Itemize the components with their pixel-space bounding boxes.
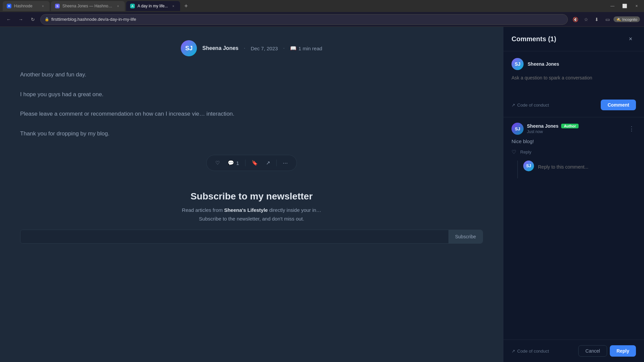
reply-external-link-icon: ↗ [512,349,515,354]
comments-title: Comments (1) [512,35,556,43]
tab-article-close[interactable]: × [171,3,176,9]
incognito-badge: 🕵 Incognito [613,16,640,22]
comment-time: Just now [527,129,624,134]
comment-author-avatar: SJ [512,123,524,135]
reply-textarea[interactable] [538,161,636,178]
tab-hashnode-close[interactable]: × [40,3,46,9]
current-user-name: Sheena Jones [528,61,559,67]
reply-content: SJ [523,161,636,178]
tab-sheena-close[interactable]: × [115,3,121,9]
comment-icon: 💬 [228,160,234,166]
reply-input-row: SJ [523,161,636,178]
article-paragraph-4: Thank you for dropping by my blog. [20,129,483,139]
tab-hashnode[interactable]: H Hashnode × [3,1,50,11]
tab-article[interactable]: A A day in my life... × [126,1,180,11]
author-name[interactable]: Sheena Jones [202,45,238,51]
comment-user-row: SJ Sheena Jones [512,58,636,70]
comment-count: 1 [236,160,239,166]
like-icon: ♡ [215,160,220,166]
comment-button[interactable]: 💬 1 [224,158,242,168]
tab-sheena[interactable]: S Sheena Jones — Hashnode × [51,1,125,11]
article-paragraph-2: I hope you guys had a great one. [20,89,483,100]
comment-submit-button[interactable]: Comment [601,100,636,110]
newsletter-title: Subscribe to my newsletter [20,191,483,202]
comment-reply-button[interactable]: Reply [520,149,531,155]
comment-like-button[interactable]: ♡ [512,149,516,155]
url-text: firsttimerblog.hashnode.dev/a-day-in-my-… [51,17,136,22]
reply-cancel-button[interactable]: Cancel [578,345,607,357]
newsletter-subtitle: Read articles from Sheena's Lifestyle di… [20,206,483,223]
reply-code-of-conduct-link[interactable]: ↗ Code of conduct [512,349,549,354]
more-icon: ⋯ [283,160,288,166]
reply-submit-button[interactable]: Reply [610,345,636,357]
browser-frame: H Hashnode × S Sheena Jones — Hashnode ×… [0,0,644,362]
url-bar[interactable]: 🔒 firsttimerblog.hashnode.dev/a-day-in-m… [40,14,568,25]
tab-hashnode-favicon: H [7,4,11,8]
newsletter-section: Subscribe to my newsletter Read articles… [20,191,483,244]
newsletter-form: Subscribe [20,230,483,244]
action-bar: ♡ 💬 1 🔖 ↗ ⋯ [206,155,297,171]
external-link-icon: ↗ [512,103,515,108]
close-comments-button[interactable]: × [625,34,636,44]
comments-header: Comments (1) × [503,27,644,51]
action-divider-2 [276,160,277,166]
article-area: SJ Sheena Jones · Dec 7, 2023 · 📖 1 min … [0,27,503,362]
forward-button[interactable]: → [16,15,25,24]
reply-footer: ↗ Code of conduct Cancel Reply [503,340,644,362]
read-time: 📖 1 min read [290,45,322,51]
thread-line [517,161,518,178]
window-close-button[interactable]: × [632,1,641,11]
bookmark-button[interactable]: 🔖 [248,158,261,168]
comment-item-meta: Sheena Jones Author Just now [527,123,624,134]
comment-textarea[interactable] [512,74,636,94]
comment-item-header: SJ Sheena Jones Author Just now ⋮ [512,123,636,135]
comment-item: SJ Sheena Jones Author Just now ⋮ Nice b… [512,123,636,178]
refresh-button[interactable]: ↻ [28,15,38,24]
newsletter-email-input[interactable] [20,230,448,243]
page-content: SJ Sheena Jones · Dec 7, 2023 · 📖 1 min … [0,27,644,362]
back-button[interactable]: ← [4,15,13,24]
tab-sheena-favicon: S [55,4,60,8]
comment-more-button[interactable]: ⋮ [627,124,636,134]
meta-separator-2: · [283,45,284,51]
bookmark-star-icon[interactable]: ☆ [581,15,591,24]
article-paragraph-1: Another busy and fun day. [20,70,483,80]
incognito-label: Incognito [622,17,637,21]
article-paragraph-3: Please leave a comment or recommendation… [20,109,483,119]
comment-author-name[interactable]: Sheena Jones [527,123,558,129]
author-avatar-initials: SJ [185,45,193,52]
lock-icon: 🔒 [45,17,49,21]
newsletter-subscribe-button[interactable]: Subscribe [448,230,483,243]
window-minimize-button[interactable]: — [608,1,617,11]
author-badge: Author [561,124,579,128]
incognito-icon: 🕵 [616,17,621,21]
cast-icon[interactable]: ▭ [603,15,612,24]
comment-text: Nice blog! [512,137,636,145]
share-button[interactable]: ↗ [263,158,274,168]
newsletter-subtitle-before: Read articles from [182,207,224,213]
more-button[interactable]: ⋯ [279,158,291,168]
toolbar-icons: 🔇 ☆ ⬇ ▭ 🕵 Incognito [571,15,640,24]
current-user-avatar: SJ [512,58,524,70]
article-meta: SJ Sheena Jones · Dec 7, 2023 · 📖 1 min … [20,40,483,56]
download-icon[interactable]: ⬇ [592,15,601,24]
title-bar: H Hashnode × S Sheena Jones — Hashnode ×… [0,0,644,12]
new-tab-button[interactable]: + [181,1,191,11]
code-of-conduct-link[interactable]: ↗ Code of conduct [512,103,549,108]
book-icon: 📖 [290,45,297,51]
title-bar-controls: — ⬜ × [608,1,641,11]
comment-like-icon: ♡ [512,149,516,155]
like-button[interactable]: ♡ [212,158,223,168]
comments-panel: Comments (1) × SJ Sheena Jones ↗ Code of… [503,27,644,362]
comment-item-actions: ♡ Reply [512,149,636,155]
newsletter-subtitle-bold: Sheena's Lifestyle [224,207,268,213]
reply-user-avatar: SJ [523,161,534,171]
code-of-conduct-label: Code of conduct [517,103,549,108]
tab-article-label: A day in my life... [138,4,168,8]
reply-action-buttons: Cancel Reply [578,345,636,357]
mute-icon[interactable]: 🔇 [571,15,580,24]
action-divider-1 [245,160,246,166]
reply-thread: SJ [512,161,636,178]
window-restore-button[interactable]: ⬜ [620,1,629,11]
bookmark-icon: 🔖 [252,160,258,166]
